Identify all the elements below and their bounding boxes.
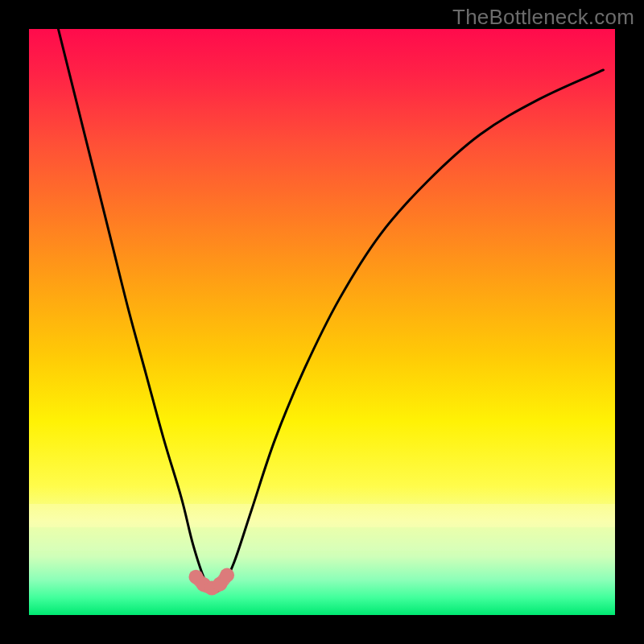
curve-path — [58, 29, 603, 592]
chart-frame: TheBottleneck.com — [0, 0, 644, 644]
watermark-text: TheBottleneck.com — [452, 5, 634, 30]
plot-area — [29, 29, 615, 615]
bottleneck-curve — [29, 29, 615, 615]
curve-marker — [220, 568, 234, 582]
